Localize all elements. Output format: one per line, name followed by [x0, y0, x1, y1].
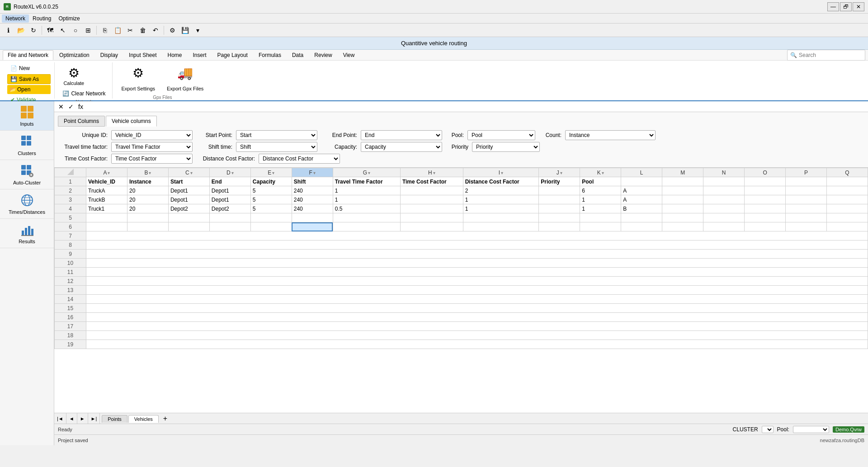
filter-I[interactable]: ▾ [501, 170, 503, 175]
ribbon-tab-optimization[interactable]: Optimization [54, 50, 94, 60]
restore-button[interactable]: 🗗 [840, 2, 852, 11]
sidebar-item-results[interactable]: Results [0, 219, 54, 248]
add-sheet-button[interactable]: + [160, 415, 171, 423]
cell-6-J[interactable] [539, 222, 580, 231]
col-header-A[interactable]: A▾ [86, 168, 127, 177]
cell-5-P[interactable] [786, 213, 827, 222]
cell-2-M[interactable] [662, 186, 703, 195]
cell-4-H[interactable] [400, 204, 463, 213]
cell-4-Q[interactable] [827, 204, 868, 213]
ribbon-tab-page-layout[interactable]: Page Layout [212, 50, 253, 60]
cell-2-E[interactable]: 5 [250, 186, 292, 195]
col-header-M[interactable]: M [662, 168, 703, 177]
cluster-select[interactable] [762, 426, 774, 433]
search-input[interactable] [799, 52, 862, 58]
cell-3-L[interactable]: A [621, 195, 662, 204]
cell-3-P[interactable] [786, 195, 827, 204]
cell-6-F-selected[interactable] [292, 222, 333, 231]
unique-id-select[interactable]: Vehicle_ID [111, 130, 193, 140]
cell-5-E[interactable] [250, 213, 292, 222]
cell-6-D[interactable] [209, 222, 250, 231]
col-header-D[interactable]: D▾ [209, 168, 250, 177]
cell-5-A[interactable] [86, 213, 127, 222]
circle-button[interactable]: ○ [70, 25, 81, 36]
cell-2-L[interactable]: A [621, 186, 662, 195]
cell-5-N[interactable] [703, 213, 745, 222]
cell-6-C[interactable] [168, 222, 209, 231]
sheet-nav-next[interactable]: ► [77, 413, 88, 424]
sheet-nav-first[interactable]: |◄ [54, 413, 66, 424]
info-button[interactable]: ℹ [3, 25, 14, 36]
col-header-K[interactable]: K▾ [580, 168, 621, 177]
cell-2-I[interactable]: 2 [463, 186, 539, 195]
cell-3-I[interactable]: 1 [463, 195, 539, 204]
cell-3-A[interactable]: TruckB [86, 195, 127, 204]
save-as-button[interactable]: 💾 Save As [7, 74, 51, 84]
sidebar-item-inputs[interactable]: Inputs [0, 101, 54, 131]
save-icon-button[interactable]: 💾 [179, 25, 190, 36]
ribbon-tab-input-sheet[interactable]: Input Sheet [124, 50, 161, 60]
col-header-H[interactable]: H▾ [400, 168, 463, 177]
delete-button[interactable]: 🗑 [137, 25, 148, 36]
cell-3-Q[interactable] [827, 195, 868, 204]
map-button[interactable]: 🗺 [45, 25, 56, 36]
priority-select[interactable]: Priority [472, 142, 540, 152]
cell-5-D[interactable] [209, 213, 250, 222]
cell-5-B[interactable] [127, 213, 168, 222]
cell-3-H[interactable] [400, 195, 463, 204]
cell-2-J[interactable] [539, 186, 580, 195]
cell-2-G[interactable]: 1 [333, 186, 400, 195]
cell-3-F[interactable]: 240 [292, 195, 333, 204]
pool-select[interactable]: Pool [467, 130, 535, 140]
menu-network[interactable]: Network [2, 14, 29, 23]
cell-5-G[interactable] [333, 213, 400, 222]
cell-1-Q[interactable] [827, 177, 868, 186]
cell-5-O[interactable] [745, 213, 786, 222]
sidebar-item-auto-cluster[interactable]: Auto-Cluster [0, 160, 54, 189]
capacity-select[interactable]: Capacity [361, 142, 442, 152]
cell-5-Q[interactable] [827, 213, 868, 222]
cell-1-M[interactable] [662, 177, 703, 186]
refresh-button[interactable]: ↻ [28, 25, 39, 36]
grid-button[interactable]: ⊞ [83, 25, 94, 36]
distance-cost-select[interactable]: Distance Cost Factor [259, 154, 340, 164]
cell-3-M[interactable] [662, 195, 703, 204]
minimize-button[interactable]: — [827, 2, 839, 11]
cell-2-A[interactable]: TruckA [86, 186, 127, 195]
cell-1-P[interactable] [786, 177, 827, 186]
cell-4-F[interactable]: 240 [292, 204, 333, 213]
ribbon-tab-view[interactable]: View [338, 50, 360, 60]
cell-3-B[interactable]: 20 [127, 195, 168, 204]
pool-select[interactable] [793, 426, 829, 433]
cell-1-G[interactable]: Travel Time Factor [333, 177, 400, 186]
open-button[interactable]: 📂 Open [7, 85, 51, 94]
filter-D[interactable]: ▾ [231, 170, 234, 175]
cell-6-P[interactable] [786, 222, 827, 231]
cell-1-D[interactable]: End [209, 177, 250, 186]
cell-1-H[interactable]: Time Cost Factor [400, 177, 463, 186]
ribbon-tab-data[interactable]: Data [287, 50, 308, 60]
tab-point-columns[interactable]: Point Columns [58, 116, 105, 127]
cell-1-N[interactable] [703, 177, 745, 186]
cell-5-J[interactable] [539, 213, 580, 222]
cell-6-H[interactable] [400, 222, 463, 231]
cell-2-Q[interactable] [827, 186, 868, 195]
cell-2-B[interactable]: 20 [127, 186, 168, 195]
start-point-select[interactable]: Start [236, 130, 317, 140]
cursor-button[interactable]: ↖ [57, 25, 68, 36]
new-button[interactable]: 📄 New [7, 63, 51, 73]
cell-2-K[interactable]: 6 [580, 186, 621, 195]
cell-5-K[interactable] [580, 213, 621, 222]
cell-1-F[interactable]: Shift [292, 177, 333, 186]
cell-4-J[interactable] [539, 204, 580, 213]
col-header-N[interactable]: N [703, 168, 745, 177]
menu-routing[interactable]: Routing [29, 14, 55, 23]
undo-button[interactable]: ↶ [150, 25, 161, 36]
filter-E[interactable]: ▾ [272, 170, 274, 175]
search-box[interactable]: 🔍 [787, 50, 865, 61]
paste-button[interactable]: 📋 [112, 25, 123, 36]
more-button[interactable]: ▾ [192, 25, 203, 36]
cell-4-B[interactable]: 20 [127, 204, 168, 213]
filter-H[interactable]: ▾ [433, 170, 435, 175]
end-point-select[interactable]: End [361, 130, 442, 140]
